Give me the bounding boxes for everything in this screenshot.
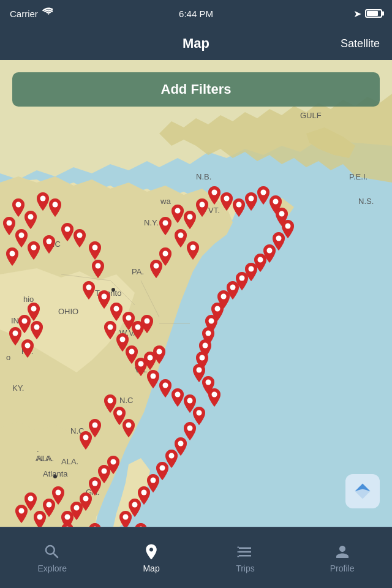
map-pin[interactable] [132, 523, 149, 527]
svg-point-60 [169, 453, 175, 459]
carrier-label: Carrier [10, 9, 38, 19]
svg-point-48 [114, 306, 119, 312]
svg-point-73 [47, 502, 52, 508]
location-button[interactable] [345, 474, 380, 508]
svg-point-100 [215, 306, 221, 312]
map-pin[interactable] [4, 247, 21, 268]
svg-text:ALA.: ALA. [61, 457, 78, 466]
svg-point-99 [221, 294, 227, 300]
svg-point-84 [154, 263, 159, 269]
svg-point-90 [273, 199, 279, 205]
tab-map[interactable]: Map [132, 538, 170, 578]
status-bar: Carrier 6:44 PM ➤ [0, 0, 392, 27]
svg-text:N.C: N.C [119, 396, 133, 405]
add-filters-button[interactable]: Add Filters [12, 72, 380, 107]
map-pin[interactable] [120, 312, 137, 333]
svg-point-63 [141, 490, 147, 496]
svg-point-62 [151, 478, 156, 483]
svg-point-36 [40, 196, 46, 202]
svg-text:OHIO: OHIO [58, 307, 78, 316]
svg-point-71 [65, 514, 70, 520]
svg-point-110 [126, 315, 132, 321]
svg-point-115 [13, 331, 18, 336]
svg-point-65 [123, 514, 129, 520]
page-title: Map [183, 36, 209, 51]
svg-point-70 [74, 505, 80, 511]
satellite-button[interactable]: Satellite [341, 37, 380, 50]
svg-point-67 [102, 469, 107, 474]
svg-point-93 [276, 236, 282, 241]
map-pin[interactable] [89, 260, 107, 281]
svg-point-105 [197, 368, 202, 373]
map-background: OHIO W.VA. VA. N.C N.C KY. IND. o hio KY… [0, 60, 392, 527]
location-icon: ➤ [353, 8, 361, 20]
map-pin[interactable] [47, 198, 64, 219]
map-pin[interactable] [19, 339, 36, 360]
map-pin[interactable] [206, 388, 223, 409]
map-pin[interactable] [184, 241, 202, 262]
tab-bar: Explore Map Trips Profile [0, 527, 392, 588]
tab-profile[interactable]: Profile [320, 538, 364, 578]
svg-point-97 [239, 276, 245, 281]
map-pin[interactable] [40, 235, 58, 256]
map-pin[interactable] [71, 229, 88, 250]
trips-tab-label: Trips [236, 564, 255, 573]
svg-point-32 [53, 475, 57, 478]
svg-point-117 [25, 343, 31, 349]
svg-point-38 [19, 233, 24, 238]
svg-point-72 [56, 490, 61, 496]
map-pin[interactable] [28, 321, 45, 342]
svg-point-121 [92, 423, 98, 428]
svg-point-116 [34, 325, 40, 330]
svg-text:ALA.: ALA. [37, 454, 54, 463]
map-pin[interactable] [77, 431, 94, 452]
svg-point-94 [267, 248, 273, 254]
status-left: Carrier [10, 7, 53, 20]
svg-point-102 [206, 331, 211, 336]
svg-point-40 [31, 245, 37, 251]
svg-point-53 [151, 374, 156, 379]
svg-point-85 [212, 190, 217, 195]
svg-rect-137 [238, 546, 239, 548]
map-pin[interactable] [86, 523, 104, 527]
tab-explore[interactable]: Explore [28, 538, 77, 578]
svg-point-122 [83, 435, 89, 440]
map-container: OHIO W.VA. VA. N.C N.C KY. IND. o hio KY… [0, 60, 392, 527]
map-pin[interactable] [120, 419, 137, 440]
svg-point-119 [117, 410, 123, 416]
map-pin[interactable] [148, 260, 165, 281]
status-time: 6:44 PM [179, 9, 213, 19]
map-pin[interactable] [59, 523, 76, 527]
map-pin[interactable] [86, 241, 104, 262]
svg-point-98 [230, 285, 236, 290]
svg-point-78 [175, 208, 181, 214]
map-pin[interactable] [13, 505, 30, 526]
svg-point-51 [129, 349, 135, 355]
svg-rect-139 [238, 556, 239, 557]
svg-point-87 [236, 202, 242, 208]
map-pin[interactable] [22, 211, 39, 232]
svg-point-33 [16, 202, 21, 208]
svg-point-57 [197, 410, 202, 416]
svg-point-91 [279, 211, 285, 217]
svg-point-82 [190, 245, 196, 251]
svg-point-86 [224, 196, 230, 202]
svg-text:.: . [37, 445, 39, 454]
svg-point-45 [96, 263, 101, 269]
svg-point-81 [178, 233, 184, 238]
svg-point-41 [47, 239, 52, 244]
svg-point-77 [163, 221, 168, 226]
svg-text:N.B.: N.B. [196, 172, 211, 181]
svg-text:GULF: GULF [300, 111, 322, 120]
map-pin[interactable] [117, 511, 134, 527]
map-pin[interactable] [25, 241, 42, 262]
tab-trips[interactable]: Trips [226, 538, 265, 578]
svg-text:KY.: KY. [12, 383, 24, 393]
map-pin[interactable] [141, 352, 159, 372]
svg-point-37 [53, 202, 58, 208]
svg-point-46 [86, 285, 92, 290]
svg-point-66 [111, 459, 116, 465]
svg-point-76 [19, 508, 24, 514]
svg-point-42 [65, 227, 70, 232]
map-pin[interactable] [80, 281, 97, 302]
